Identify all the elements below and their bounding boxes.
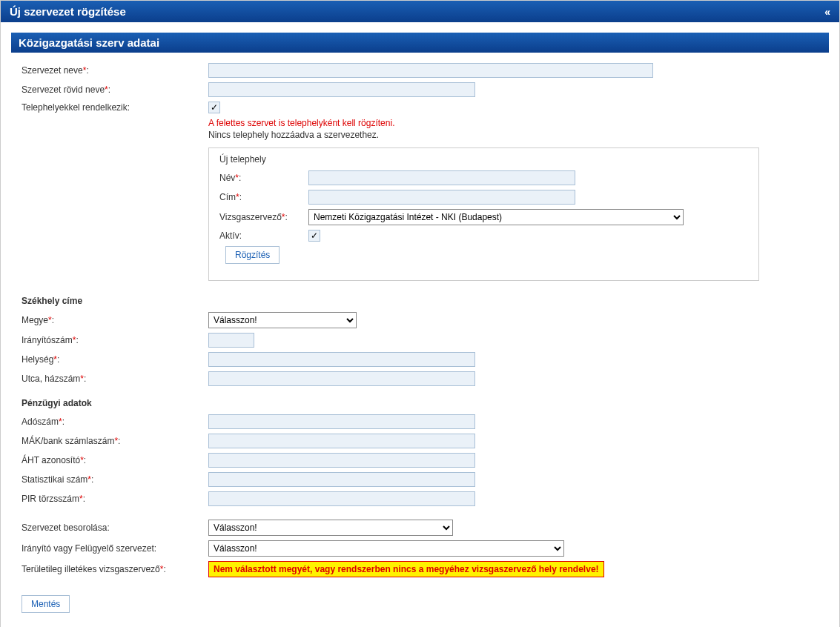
required-mark: * (80, 374, 84, 384)
window-frame: Új szervezet rögzítése « Közigazgatási s… (0, 0, 840, 627)
required-mark: * (235, 173, 239, 183)
site-name-input[interactable] (308, 170, 575, 185)
required-mark: * (79, 494, 83, 504)
label-text: ÁHT azonosító (22, 455, 80, 465)
zip-label: Irányítószám*: (22, 335, 208, 345)
label-text: Név (219, 173, 235, 183)
org-shortname-input[interactable] (208, 82, 475, 97)
required-mark: * (87, 474, 91, 485)
category-label: Szervezet besorolása: (22, 522, 208, 533)
stat-label: Statisztikai szám*: (22, 474, 208, 485)
street-label: Utca, házszám*: (22, 374, 208, 384)
aht-label: ÁHT azonosító*: (22, 455, 208, 465)
label-text: Utca, házszám (22, 374, 80, 384)
site-name-label: Név*: (219, 173, 308, 183)
site-save-button[interactable]: Rögzítés (225, 246, 280, 264)
seat-heading: Székhely címe (22, 296, 818, 306)
county-label: Megye*: (22, 315, 208, 325)
tax-label: Adószám*: (22, 417, 208, 427)
org-name-input[interactable] (208, 63, 653, 78)
org-shortname-label: Szervezet rövid neve*: (22, 84, 208, 95)
save-button[interactable]: Mentés (22, 595, 70, 613)
supervisor-label: Irányító vagy Felügyelő szervezet: (22, 543, 208, 554)
city-input[interactable] (208, 352, 475, 367)
label-text: Megye (22, 315, 48, 325)
label-text: Vizsgaszervező (219, 212, 282, 222)
required-mark: * (53, 354, 57, 365)
label-text: Cím (219, 192, 236, 202)
collapse-icon[interactable]: « (824, 6, 830, 18)
label-text: Adószám (22, 417, 59, 427)
bank-input[interactable] (208, 434, 475, 448)
has-sites-label: Telephelyekkel rendelkezik: (22, 102, 208, 113)
finance-heading: Pénzügyi adatok (22, 398, 818, 408)
site-address-input[interactable] (308, 190, 575, 205)
label-text: Szervezet rövid neve (22, 84, 105, 95)
required-mark: * (48, 315, 52, 325)
aht-input[interactable] (208, 453, 475, 468)
required-mark: * (59, 417, 62, 427)
site-active-checkbox[interactable] (308, 230, 320, 242)
tax-input[interactable] (208, 414, 475, 429)
section-header: Közigazgatási szerv adatai (11, 33, 829, 53)
warn-parent-site: A felettes szervet is telephelyként kell… (208, 118, 818, 128)
label-text: Szervezet neve (22, 65, 83, 76)
territorial-label: Területileg illetékes vizsgaszervező*: (22, 564, 208, 574)
label-text: Statisztikai szám (22, 474, 87, 485)
label-text: Irányítószám (22, 335, 73, 345)
category-select[interactable]: Válasszon! (208, 520, 453, 536)
stat-input[interactable] (208, 472, 475, 487)
required-mark: * (282, 212, 285, 222)
zip-input[interactable] (208, 333, 254, 348)
required-mark: * (105, 84, 108, 95)
pir-label: PIR törzsszám*: (22, 494, 208, 504)
site-active-label: Aktív: (219, 230, 308, 241)
org-name-label: Szervezet neve*: (22, 65, 208, 76)
new-site-fieldset: Új telephely Név*: Cím*: Vizsgaszervező (208, 147, 759, 281)
label-text: PIR törzsszám (22, 494, 79, 504)
county-select[interactable]: Válasszon! (208, 312, 357, 328)
label-text: Területileg illetékes vizsgaszervező (22, 564, 160, 574)
no-site-msg: Nincs telephely hozzáadva a szervezethez… (208, 130, 818, 140)
new-site-legend: Új telephely (219, 154, 748, 165)
territorial-alert: Nem választott megyét, vagy rendszerben … (208, 561, 604, 577)
exam-org-label: Vizsgaszervező*: (219, 212, 308, 222)
required-mark: * (236, 192, 239, 202)
required-mark: * (114, 436, 118, 446)
bank-label: MÁK/bank számlaszám*: (22, 436, 208, 446)
required-mark: * (80, 455, 84, 465)
site-address-label: Cím*: (219, 192, 308, 202)
titlebar: Új szervezet rögzítése « (1, 1, 839, 22)
city-label: Helység*: (22, 354, 208, 365)
required-mark: * (160, 564, 164, 574)
label-text: Helység (22, 354, 53, 365)
window-title: Új szervezet rögzítése (10, 5, 126, 18)
label-text: MÁK/bank számlaszám (22, 436, 114, 446)
has-sites-checkbox[interactable] (208, 102, 220, 113)
pir-input[interactable] (208, 491, 475, 506)
street-input[interactable] (208, 371, 475, 386)
required-mark: * (83, 65, 87, 76)
required-mark: * (73, 335, 76, 345)
supervisor-select[interactable]: Válasszon! (208, 540, 564, 557)
exam-org-select[interactable]: Nemzeti Közigazgatási Intézet - NKI (Bud… (308, 209, 684, 225)
